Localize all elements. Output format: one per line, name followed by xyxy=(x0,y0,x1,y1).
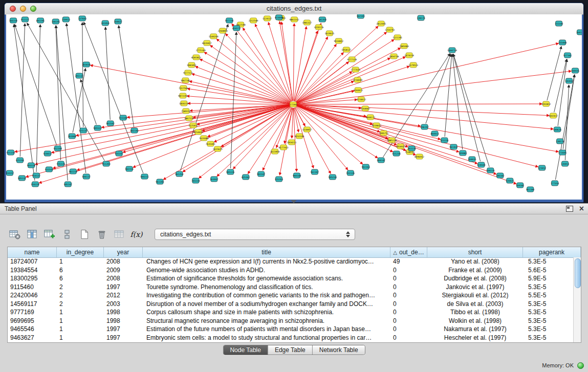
table-cell[interactable]: Tibbo et al. (1998) xyxy=(427,308,523,317)
graph-node[interactable]: 1579513 xyxy=(408,62,418,68)
graph-node[interactable]: 141432 xyxy=(565,78,573,83)
graph-node[interactable]: 1615625 xyxy=(213,146,223,151)
table-cell[interactable]: Corpus callosum shape and size in male p… xyxy=(143,308,390,317)
graph-node[interactable]: 104435 xyxy=(468,157,476,162)
table-cell[interactable]: 6 xyxy=(57,266,104,275)
graph-node[interactable]: 1593812 xyxy=(541,101,551,106)
graph-node[interactable]: 2775149 xyxy=(196,48,206,53)
graph-node[interactable]: 920413 xyxy=(43,151,52,156)
graph-node[interactable]: 951126 xyxy=(346,170,355,176)
table-cell[interactable]: 14569117 xyxy=(8,300,57,309)
table-cell[interactable]: 1 xyxy=(57,334,104,342)
graph-node[interactable]: 931542 xyxy=(45,167,53,172)
table-row[interactable]: 2242004622012Investigating the contribut… xyxy=(8,291,573,300)
graph-node[interactable]: 931154 xyxy=(7,150,15,155)
table-cell[interactable]: 1 xyxy=(57,257,104,266)
graph-node[interactable]: 841195 xyxy=(36,18,45,23)
table-cell[interactable]: 9115460 xyxy=(8,283,57,292)
import-table-button[interactable] xyxy=(113,228,125,241)
graph-node[interactable]: 915124 xyxy=(57,161,65,166)
show-columns-button[interactable] xyxy=(26,228,38,241)
table-cell[interactable]: Yano et al. (2008) xyxy=(427,257,523,266)
table-row[interactable]: 946362711997Embryonic stem cells: a mode… xyxy=(8,334,573,342)
graph-node[interactable]: 144435 xyxy=(571,68,579,73)
graph-node[interactable]: 2260854 xyxy=(218,28,228,33)
graph-node[interactable]: 1544204 xyxy=(209,34,219,39)
graph-node[interactable]: 1974154 xyxy=(404,53,414,58)
graph-node[interactable]: 109481 xyxy=(459,150,467,156)
graph-node[interactable]: 1854738 xyxy=(389,54,399,59)
table-row[interactable]: 946554611997Estimation of the future num… xyxy=(8,325,573,334)
table-cell[interactable]: 2008 xyxy=(104,274,143,283)
graph-node[interactable]: 7635441 xyxy=(206,141,215,146)
graph-node[interactable]: 159913 xyxy=(62,17,70,22)
tab-node-table[interactable]: Node Table xyxy=(223,345,268,355)
table-cell[interactable]: 5.3E-5 xyxy=(523,334,573,342)
table-cell[interactable]: 2003 xyxy=(104,300,143,309)
graph-node[interactable]: 9873193 xyxy=(178,93,188,98)
graph-node[interactable]: 804913 xyxy=(430,131,439,136)
table-cell[interactable]: 0 xyxy=(390,300,427,309)
table-cell[interactable]: 1997 xyxy=(104,334,143,342)
graph-node[interactable]: 935147 xyxy=(115,151,123,156)
graph-node[interactable]: 927341 xyxy=(563,53,572,58)
table-cell[interactable]: 1997 xyxy=(104,283,143,292)
table-cell[interactable]: 0 xyxy=(390,274,427,283)
graph-node[interactable]: 109224 xyxy=(486,168,494,173)
graph-node[interactable]: 951127 xyxy=(21,17,29,22)
table-cell[interactable]: 1 xyxy=(57,317,104,325)
splitter-handle[interactable] xyxy=(291,200,297,203)
graph-node[interactable]: 104182 xyxy=(516,183,524,188)
row-options-button[interactable] xyxy=(60,228,73,241)
float-panel-icon[interactable] xyxy=(566,206,573,212)
graph-node[interactable]: 1602617 xyxy=(549,113,558,118)
graph-node[interactable]: 952208 xyxy=(54,146,62,151)
graph-node[interactable]: 166310 xyxy=(9,18,17,23)
graph-node[interactable]: 2812045 xyxy=(376,21,386,26)
graph-node[interactable]: 8096912 xyxy=(415,154,424,159)
graph-node[interactable]: 951203 xyxy=(102,161,111,166)
network-canvas[interactable]: 1724022608541544204442041727751498181813… xyxy=(6,14,582,200)
graph-node[interactable]: 9554812 xyxy=(334,38,343,43)
graph-node[interactable]: 925193 xyxy=(16,158,24,163)
table-cell[interactable]: Structural magnetic resonance image aver… xyxy=(143,317,390,325)
graph-node[interactable]: 902142 xyxy=(130,128,138,133)
table-row[interactable]: 1872400712008Changes of HCN gene express… xyxy=(8,257,573,266)
table-cell[interactable]: 5.6E-5 xyxy=(523,266,573,275)
function-builder-button[interactable]: f(x) xyxy=(130,228,143,241)
graph-node[interactable]: 4420417 xyxy=(202,40,212,46)
graph-node[interactable]: 1830214 xyxy=(179,101,189,106)
table-cell[interactable]: 18300295 xyxy=(8,274,57,283)
graph-node[interactable]: 944127 xyxy=(82,174,91,179)
table-row[interactable]: 911546021997Tourette syndrome. Phenomeno… xyxy=(8,283,573,292)
graph-node[interactable]: 961147 xyxy=(311,169,319,174)
graph-node[interactable]: 2204907 xyxy=(360,106,370,111)
graph-node[interactable]: 944147 xyxy=(377,158,385,163)
table-cell[interactable]: 18724007 xyxy=(8,257,57,266)
table-cell[interactable]: 0 xyxy=(390,266,427,275)
zoom-window-button[interactable] xyxy=(30,6,36,12)
graph-node[interactable]: 961184 xyxy=(526,187,534,192)
network-window-titlebar[interactable]: citations_edges.txt xyxy=(5,3,583,15)
graph-node[interactable]: 9177172 xyxy=(183,70,193,75)
graph-node[interactable]: 205137 xyxy=(75,73,83,78)
graph-node[interactable]: 902154 xyxy=(125,166,133,171)
graph-node[interactable]: 181350 xyxy=(318,17,326,22)
table-cell[interactable]: 5.5E-5 xyxy=(523,291,573,300)
graph-node[interactable]: 104195 xyxy=(52,19,60,24)
new-attribute-button[interactable] xyxy=(78,228,91,241)
table-cell[interactable]: Estimation of the future numbers of pati… xyxy=(143,325,390,334)
graph-node[interactable]: 9777134 xyxy=(347,57,357,62)
column-header-pagerank[interactable]: pagerank xyxy=(523,247,581,257)
graph-node[interactable]: 7189152 xyxy=(181,108,191,114)
graph-node[interactable]: 8181813 xyxy=(191,55,201,60)
graph-node[interactable]: 1664734 xyxy=(447,48,457,53)
graph-node[interactable]: 944211 xyxy=(140,174,148,179)
table-row[interactable]: 1938455462009Genome-wide association stu… xyxy=(8,266,573,275)
table-cell[interactable]: 0 xyxy=(390,308,427,317)
graph-node[interactable]: 1081851 xyxy=(187,62,197,68)
table-cell[interactable]: 0 xyxy=(390,334,427,342)
table-cell[interactable]: 2012 xyxy=(104,291,143,300)
graph-node[interactable]: 120425 xyxy=(506,178,514,183)
table-cell[interactable]: 5.3E-5 xyxy=(523,283,573,292)
